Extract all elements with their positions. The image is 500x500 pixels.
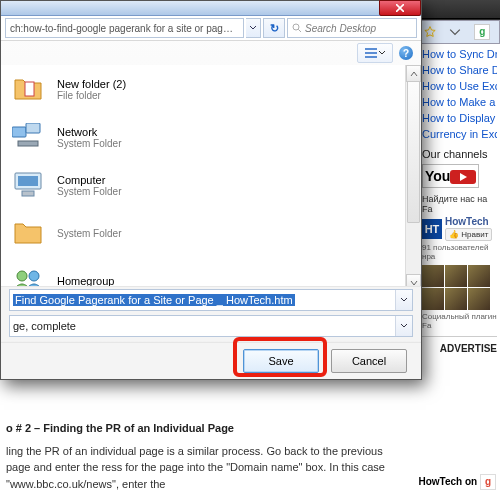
sidebar-right: How to Sync Dr How to Share D How to Use…	[419, 44, 500, 500]
save-as-dialog: ch:how-to-find-google pagerank for a sit…	[0, 0, 422, 380]
filename-dropdown[interactable]	[395, 290, 412, 310]
svg-rect-4	[365, 52, 377, 54]
facebook-sub: 91 пользователей нра	[422, 243, 497, 261]
search-placeholder: Search Desktop	[305, 23, 376, 34]
svg-point-13	[17, 271, 27, 281]
cancel-button[interactable]: Cancel	[331, 349, 407, 373]
svg-rect-12	[22, 191, 34, 196]
chevron-down-icon	[249, 24, 257, 32]
svg-rect-6	[25, 82, 34, 96]
article-body: ling the PR of an individual page is a s…	[6, 443, 404, 493]
save-button[interactable]: Save	[243, 349, 319, 373]
dialog-toolbar: ?	[1, 41, 421, 66]
howtech-name: HowTech	[445, 216, 492, 227]
help-button[interactable]: ?	[399, 46, 413, 60]
network-icon	[11, 120, 45, 154]
svg-rect-7	[12, 127, 26, 137]
facebook-heading-ru: Найдите нас на Fa	[422, 194, 497, 214]
divider	[422, 336, 497, 337]
dialog-fields: Find Google Pagerank for a Site or Page …	[1, 286, 421, 341]
filename-input[interactable]: Find Google Pagerank for a Site or Page …	[9, 289, 413, 311]
related-link[interactable]: How to Share D	[422, 64, 497, 76]
view-mode-button[interactable]	[357, 43, 393, 63]
item-name: New folder (2)	[57, 78, 126, 90]
close-button[interactable]	[379, 0, 421, 16]
browser-toolbar-right: g	[414, 20, 500, 44]
scroll-thumb[interactable]	[407, 81, 420, 223]
chevron-down-icon	[379, 50, 385, 56]
related-link[interactable]: Currency in Exc	[422, 128, 497, 140]
filetype-dropdown[interactable]	[395, 316, 412, 336]
article-text: o # 2 – Finding the PR of an Individual …	[0, 414, 410, 492]
refresh-button[interactable]: ↻	[263, 18, 285, 38]
google-toolbar-icon[interactable]: g	[474, 24, 490, 40]
list-item[interactable]: New folder (2)File folder	[1, 65, 421, 113]
scrollbar[interactable]	[405, 65, 421, 291]
svg-rect-11	[18, 176, 38, 186]
help-icon: ?	[403, 48, 409, 59]
filename-value: Find Google Pagerank for a Site or Page …	[13, 294, 295, 306]
dialog-button-row: Save Cancel	[1, 342, 421, 379]
svg-rect-5	[365, 56, 377, 58]
close-icon	[396, 4, 404, 12]
youtube-label: You	[425, 168, 450, 184]
item-name: Computer	[57, 174, 121, 186]
scroll-up-icon[interactable]	[406, 65, 421, 82]
dialog-address-bar: ch:how-to-find-google pagerank for a sit…	[1, 16, 421, 41]
facebook-fan-thumbs	[422, 265, 497, 310]
related-link[interactable]: How to Make a	[422, 96, 497, 108]
list-item[interactable]: System Folder	[1, 209, 421, 257]
folder-icon	[11, 72, 45, 106]
item-type: System Folder	[57, 138, 121, 149]
breadcrumb-path[interactable]: ch:how-to-find-google pagerank for a sit…	[5, 18, 244, 38]
item-name: Network	[57, 126, 121, 138]
item-type: System Folder	[57, 228, 121, 239]
svg-rect-3	[365, 48, 377, 50]
view-icon	[365, 48, 377, 58]
item-type: System Folder	[57, 186, 121, 197]
filetype-select[interactable]: ge, complete	[9, 315, 413, 337]
related-link[interactable]: How to Display	[422, 112, 497, 124]
svg-rect-8	[26, 123, 40, 133]
search-icon	[292, 23, 305, 33]
related-link[interactable]: How to Sync Dr	[422, 48, 497, 60]
refresh-icon: ↻	[270, 22, 279, 35]
facebook-page-block[interactable]: HT HowTech 👍 Нравит	[422, 216, 497, 241]
item-type: File folder	[57, 90, 126, 101]
file-list[interactable]: New folder (2)File folder NetworkSystem …	[1, 65, 421, 291]
chevron-down-icon[interactable]	[449, 26, 461, 38]
article-step-heading: o # 2 – Finding the PR of an Individual …	[6, 420, 404, 437]
list-item[interactable]: ComputerSystem Folder	[1, 161, 421, 209]
related-link[interactable]: How to Use Exc	[422, 80, 497, 92]
youtube-button[interactable]: You	[422, 164, 479, 188]
filetype-value: ge, complete	[13, 320, 76, 332]
svg-point-1	[293, 24, 299, 30]
search-input[interactable]: Search Desktop	[287, 18, 417, 38]
svg-line-2	[298, 29, 301, 32]
folder-icon	[11, 216, 45, 250]
dialog-titlebar[interactable]	[1, 1, 421, 16]
breadcrumb-dropdown[interactable]	[246, 18, 261, 38]
list-item[interactable]: NetworkSystem Folder	[1, 113, 421, 161]
facebook-plugin-text: Социальный плагин Fa	[422, 312, 497, 330]
svg-rect-9	[18, 141, 38, 146]
computer-icon	[11, 168, 45, 202]
advertise-label[interactable]: ADVERTISE	[422, 343, 497, 354]
howtech-on-google[interactable]: HowTech on g	[419, 474, 496, 490]
svg-point-14	[29, 271, 39, 281]
favorite-star-icon[interactable]	[424, 26, 436, 38]
channels-heading: Our channels	[422, 148, 497, 160]
facebook-like-button[interactable]: 👍 Нравит	[445, 228, 492, 241]
howtech-logo-icon: HT	[422, 219, 442, 239]
